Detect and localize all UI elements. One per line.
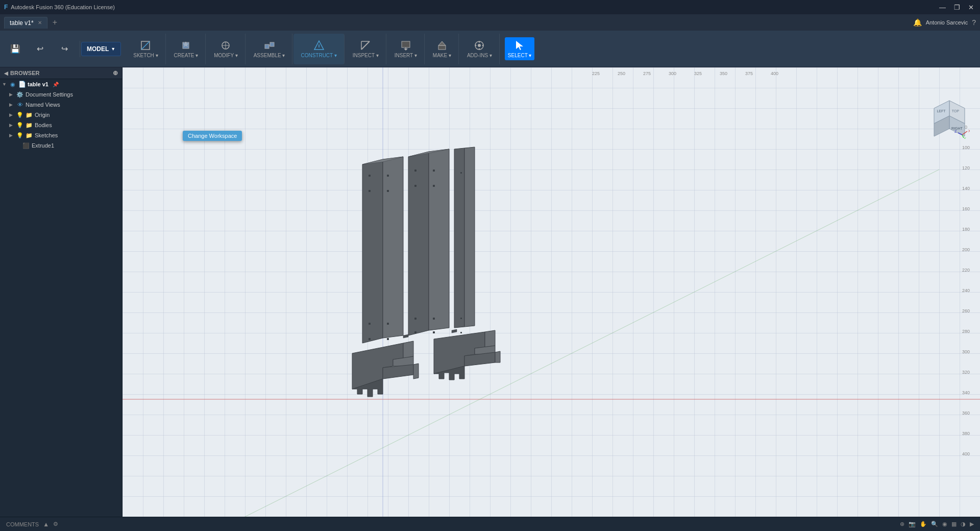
svg-marker-67 bbox=[429, 149, 449, 330]
snap-icon[interactable]: ⊕ bbox=[900, 521, 904, 527]
create-icon bbox=[180, 39, 192, 52]
svg-point-23 bbox=[482, 45, 484, 46]
svg-rect-72 bbox=[414, 331, 416, 333]
redo-button[interactable]: ↪ bbox=[53, 41, 76, 57]
toolbar: 💾 ↩ ↪ MODEL ▼ SKETCH ▾ CREATE ▾ bbox=[0, 31, 980, 67]
help-icon[interactable]: ? bbox=[972, 18, 976, 27]
viewport-canvas: 225 250 275 300 325 350 375 400 80 100 1… bbox=[122, 67, 980, 517]
tab-close-button[interactable]: ✕ bbox=[38, 20, 42, 26]
assemble-button[interactable]: ASSEMBLE ▾ bbox=[251, 37, 288, 60]
tree-item-named-views[interactable]: ▶ 👁 Named Views bbox=[0, 100, 122, 110]
tree-item-sketches[interactable]: ▶ 💡 📁 Sketches bbox=[0, 130, 122, 140]
redo-icon: ↪ bbox=[58, 43, 70, 55]
svg-marker-87 bbox=[413, 364, 419, 379]
workspace-selector[interactable]: MODEL ▼ bbox=[81, 42, 121, 56]
svg-rect-18 bbox=[438, 45, 446, 50]
addins-icon bbox=[473, 39, 485, 52]
comments-settings-icon[interactable]: ⚙ bbox=[53, 521, 58, 527]
sketches-folder-icon: 📁 bbox=[26, 132, 33, 139]
3d-model bbox=[342, 124, 556, 409]
render-mode-icon[interactable]: ◑ bbox=[961, 521, 966, 527]
notification-icon[interactable]: 🔔 bbox=[913, 18, 922, 27]
select-button[interactable]: SELECT ▾ bbox=[505, 37, 535, 60]
comments-label[interactable]: COMMENTS bbox=[6, 521, 39, 527]
capture-icon[interactable]: 📷 bbox=[909, 521, 916, 527]
insert-icon bbox=[400, 39, 412, 52]
zoom-icon[interactable]: 🔍 bbox=[931, 521, 938, 527]
tree-root-folder-icon: 📄 bbox=[18, 81, 26, 88]
make-icon bbox=[436, 39, 448, 52]
browser-header[interactable]: ◀ BROWSER ⊕ bbox=[0, 67, 122, 79]
svg-point-25 bbox=[475, 45, 477, 46]
origin-arrow: ▶ bbox=[9, 112, 14, 117]
pan-icon[interactable]: ✋ bbox=[920, 521, 927, 527]
sketch-label: SKETCH ▾ bbox=[133, 53, 158, 58]
construct-button[interactable]: CONSTRUCT ▾ bbox=[298, 37, 339, 60]
assemble-label: ASSEMBLE ▾ bbox=[254, 53, 285, 58]
svg-rect-64 bbox=[387, 323, 389, 325]
inspect-icon bbox=[359, 39, 372, 52]
svg-rect-8 bbox=[270, 42, 274, 46]
toolbar-section-create: CREATE ▾ bbox=[167, 34, 206, 64]
undo-button[interactable]: ↩ bbox=[29, 41, 51, 57]
save-icon: 💾 bbox=[9, 43, 21, 55]
svg-text:120: 120 bbox=[962, 165, 970, 171]
restore-button[interactable]: ❐ bbox=[952, 4, 962, 11]
svg-text:340: 340 bbox=[962, 390, 970, 395]
sketches-icon: 💡 bbox=[16, 132, 23, 139]
tree-root-arrow: ▼ bbox=[2, 82, 7, 87]
comments-expand-icon[interactable]: ▲ bbox=[43, 521, 49, 528]
svg-text:360: 360 bbox=[962, 411, 970, 416]
svg-line-29 bbox=[225, 170, 939, 517]
tab-table-v1[interactable]: table v1* ✕ bbox=[4, 17, 47, 29]
undo-icon: ↩ bbox=[34, 43, 46, 55]
svg-rect-81 bbox=[460, 332, 462, 333]
tree-item-bodies[interactable]: ▶ 💡 📁 Bodies bbox=[0, 120, 122, 130]
browser-collapse-arrow[interactable]: ◀ bbox=[4, 70, 8, 76]
doc-settings-label: Document Settings bbox=[26, 91, 73, 98]
new-tab-button[interactable]: + bbox=[50, 18, 60, 27]
svg-rect-79 bbox=[460, 172, 462, 174]
tree-item-document-settings[interactable]: ▶ ⚙️ Document Settings bbox=[0, 89, 122, 100]
svg-rect-74 bbox=[433, 185, 435, 187]
close-button[interactable]: ✕ bbox=[966, 4, 976, 11]
svg-text:X: X bbox=[968, 129, 970, 133]
assemble-icon bbox=[263, 39, 276, 52]
svg-marker-89 bbox=[485, 330, 495, 347]
svg-rect-75 bbox=[433, 318, 435, 320]
svg-line-12 bbox=[361, 41, 370, 50]
svg-marker-19 bbox=[438, 41, 446, 45]
navigation-cube[interactable]: TOP RIGHT LEFT X Y Z bbox=[929, 98, 970, 139]
tree-item-extrude1[interactable]: ▶ ⬛ Extrude1 bbox=[0, 140, 122, 151]
more-options-icon[interactable]: ▶ bbox=[970, 521, 974, 527]
select-label: SELECT ▾ bbox=[508, 53, 532, 58]
inspect-button[interactable]: INSPECT ▾ bbox=[350, 37, 382, 60]
tree-root[interactable]: ▼ ◉ 📄 table v1 📌 bbox=[0, 79, 122, 89]
svg-marker-95 bbox=[452, 329, 457, 333]
tree-root-label: table v1 bbox=[28, 81, 48, 87]
create-button[interactable]: CREATE ▾ bbox=[171, 37, 202, 60]
svg-point-22 bbox=[479, 41, 480, 43]
browser-label: BROWSER bbox=[10, 70, 39, 76]
grid-icon[interactable]: ▦ bbox=[951, 521, 957, 527]
svg-rect-69 bbox=[414, 170, 416, 172]
insert-button[interactable]: INSERT ▾ bbox=[391, 37, 420, 60]
svg-rect-59 bbox=[369, 190, 371, 192]
addins-button[interactable]: ADD-INS ▾ bbox=[464, 37, 495, 60]
svg-point-24 bbox=[479, 49, 480, 50]
svg-rect-70 bbox=[414, 185, 416, 187]
display-settings-icon[interactable]: ◉ bbox=[942, 521, 947, 527]
svg-marker-66 bbox=[408, 152, 429, 335]
statusbar-left: COMMENTS ▲ ⚙ bbox=[6, 521, 58, 528]
save-button[interactable]: 💾 bbox=[4, 41, 27, 57]
tree-item-origin[interactable]: ▶ 💡 📁 Origin bbox=[0, 110, 122, 120]
svg-marker-56 bbox=[383, 157, 403, 338]
browser-expand-icon[interactable]: ⊕ bbox=[113, 69, 118, 77]
sketch-button[interactable]: SKETCH ▾ bbox=[130, 37, 161, 60]
svg-rect-15 bbox=[402, 41, 410, 47]
make-button[interactable]: MAKE ▾ bbox=[430, 37, 454, 60]
svg-line-1 bbox=[141, 41, 150, 50]
minimize-button[interactable]: — bbox=[937, 4, 948, 11]
viewport[interactable]: 225 250 275 300 325 350 375 400 80 100 1… bbox=[122, 67, 980, 517]
modify-button[interactable]: MODIFY ▾ bbox=[211, 37, 240, 60]
